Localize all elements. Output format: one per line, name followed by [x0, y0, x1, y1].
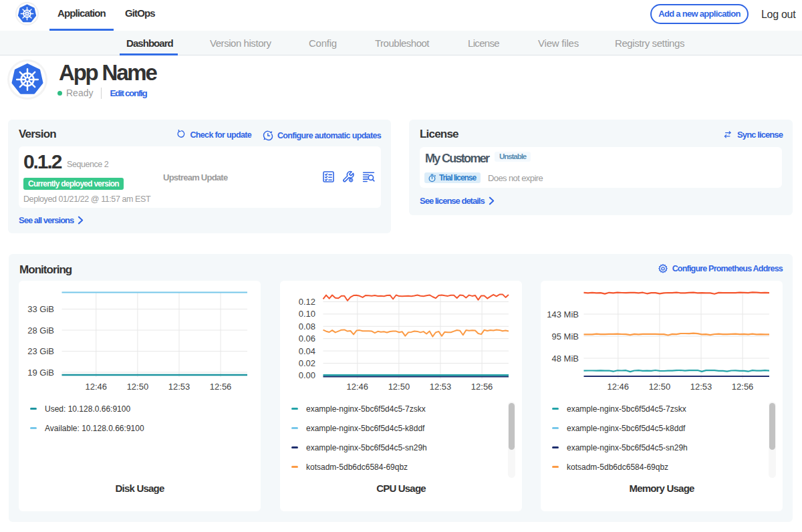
svg-text:33 GiB: 33 GiB — [27, 304, 54, 314]
svg-text:19 GiB: 19 GiB — [27, 368, 54, 378]
svg-text:12:56: 12:56 — [471, 382, 493, 392]
svg-text:0.00: 0.00 — [299, 370, 315, 380]
svg-text:0.10: 0.10 — [299, 309, 315, 319]
svg-text:23 GiB: 23 GiB — [27, 346, 54, 356]
svg-text:12:46: 12:46 — [347, 382, 369, 392]
svg-text:12:46: 12:46 — [86, 382, 108, 392]
svg-text:0.04: 0.04 — [299, 346, 315, 356]
svg-text:28 GiB: 28 GiB — [27, 325, 54, 336]
svg-text:12:53: 12:53 — [690, 382, 712, 392]
svg-text:12:46: 12:46 — [608, 382, 630, 392]
svg-text:0.02: 0.02 — [299, 358, 315, 368]
svg-text:0.12: 0.12 — [299, 297, 315, 307]
svg-text:0.08: 0.08 — [299, 321, 315, 331]
svg-text:95 MiB: 95 MiB — [552, 331, 579, 342]
svg-text:12:56: 12:56 — [210, 382, 232, 392]
svg-text:12:50: 12:50 — [649, 382, 671, 392]
svg-text:12:50: 12:50 — [127, 382, 149, 392]
svg-text:48 MiB: 48 MiB — [552, 354, 579, 364]
svg-text:143 MiB: 143 MiB — [547, 309, 579, 319]
svg-text:12:56: 12:56 — [732, 382, 754, 392]
svg-text:12:53: 12:53 — [430, 382, 452, 392]
svg-text:0.06: 0.06 — [299, 334, 315, 344]
svg-text:12:50: 12:50 — [388, 382, 410, 392]
svg-text:12:53: 12:53 — [168, 382, 190, 392]
